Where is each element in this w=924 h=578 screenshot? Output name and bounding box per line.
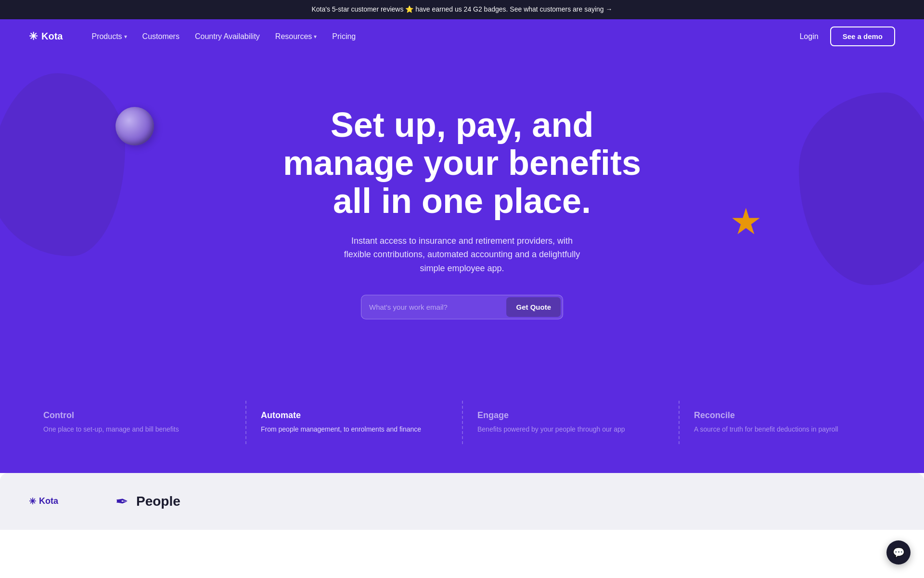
get-quote-button[interactable]: Get Quote — [506, 297, 561, 317]
feature-reconcile-title: Reconcile — [694, 410, 881, 420]
feature-control-desc: One place to set-up, manage and bill ben… — [43, 424, 231, 434]
feature-automate-desc: From people management, to enrolments an… — [261, 424, 448, 434]
hero-email-form: Get Quote — [361, 295, 563, 319]
feature-automate-title: Automate — [261, 410, 448, 420]
bottom-logo-icon: ✳ — [29, 496, 36, 507]
email-input[interactable] — [361, 296, 504, 318]
blob-left-decoration — [0, 73, 125, 256]
navbar: ✳ Kota Products ▾ Customers Country Avai… — [0, 19, 924, 54]
nav-logo[interactable]: ✳ Kota — [29, 30, 63, 43]
see-demo-button[interactable]: See a demo — [830, 26, 895, 46]
nav-item-resources[interactable]: Resources ▾ — [275, 32, 317, 41]
nav-links: Products ▾ Customers Country Availabilit… — [91, 32, 799, 41]
nav-item-customers[interactable]: Customers — [142, 32, 180, 41]
people-icon: ✒ — [116, 492, 128, 511]
bottom-section: ✳ Kota ✒ People — [0, 473, 924, 530]
nav-item-pricing[interactable]: Pricing — [332, 32, 356, 41]
logo-icon: ✳ — [29, 30, 38, 43]
chevron-down-icon: ▾ — [124, 33, 127, 40]
people-section: ✒ People — [116, 492, 180, 511]
bottom-logo: ✳ Kota — [29, 496, 96, 507]
announcement-bar: Kota's 5-star customer reviews ⭐ have ea… — [0, 0, 924, 19]
login-link[interactable]: Login — [799, 32, 818, 41]
hero-title: Set up, pay, and manage your benefits al… — [279, 106, 645, 221]
features-strip: Control One place to set-up, manage and … — [0, 381, 924, 473]
feature-engage-title: Engage — [477, 410, 664, 420]
nav-actions: Login See a demo — [799, 26, 895, 46]
nav-item-country-availability[interactable]: Country Availability — [195, 32, 260, 41]
feature-control-title: Control — [43, 410, 231, 420]
logo-text: Kota — [41, 31, 63, 42]
feature-reconcile: Reconcile A source of truth for benefit … — [679, 401, 895, 444]
feature-reconcile-desc: A source of truth for benefit deductions… — [694, 424, 881, 434]
announcement-text: Kota's 5-star customer reviews ⭐ have ea… — [311, 5, 612, 13]
starburst-decoration — [732, 208, 760, 237]
hero-subtitle: Instant access to insurance and retireme… — [337, 234, 587, 276]
hero-section: Set up, pay, and manage your benefits al… — [0, 54, 924, 381]
feature-engage-desc: Benefits powered by your people through … — [477, 424, 664, 434]
feature-control: Control One place to set-up, manage and … — [29, 401, 245, 444]
blob-right-decoration — [799, 92, 924, 285]
sphere-decoration — [116, 107, 154, 145]
feature-automate: Automate From people management, to enro… — [245, 401, 462, 444]
bottom-logo-inner: ✳ Kota — [29, 496, 58, 507]
chevron-down-icon-resources: ▾ — [314, 33, 317, 40]
bottom-logo-text: Kota — [39, 496, 58, 506]
people-title: People — [136, 494, 180, 509]
nav-item-products[interactable]: Products ▾ — [91, 32, 127, 41]
feature-engage: Engage Benefits powered by your people t… — [462, 401, 679, 444]
